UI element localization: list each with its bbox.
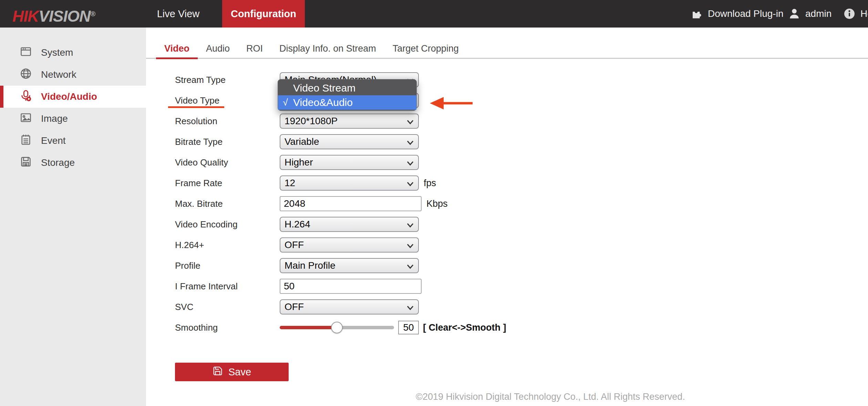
select-value: Variable	[285, 136, 319, 147]
form-row-frame-rate: Frame Rate12fps	[175, 173, 868, 193]
annotation-arrow-icon	[428, 95, 474, 111]
chevron-down-icon	[407, 223, 414, 228]
nav-configuration[interactable]: Configuration	[222, 0, 305, 28]
select-value: 12	[285, 178, 295, 189]
system-icon	[20, 45, 32, 60]
network-icon	[20, 67, 32, 82]
video-quality-select[interactable]: Higher	[280, 155, 419, 170]
field-label-max-bitrate: Max. Bitrate	[175, 199, 280, 209]
info-icon	[843, 8, 856, 20]
h-264-select[interactable]: OFF	[280, 237, 419, 253]
select-value: H.264	[285, 219, 310, 230]
chevron-down-icon	[407, 264, 414, 269]
field-label-profile: Profile	[175, 260, 280, 271]
download-plugin-label: Download Plug-in	[708, 8, 783, 19]
video-type-dropdown-menu: Video Stream √ Video&Audio	[278, 79, 417, 111]
max-bitrate-unit-label: Kbps	[426, 199, 448, 209]
chevron-down-icon	[407, 140, 414, 145]
tab-target-cropping[interactable]: Target Cropping	[384, 40, 467, 58]
sidebar-item-video-audio[interactable]: Video/Audio	[0, 86, 146, 108]
smoothing-hint-label: [ Clear<->Smooth ]	[423, 322, 506, 333]
sidebar: SystemNetworkVideo/AudioImageEventStorag…	[0, 28, 146, 406]
i-frame-interval-input[interactable]	[280, 279, 422, 294]
form-row-svc: SVCOFF	[175, 297, 868, 317]
main-content: VideoAudioROIDisplay Info. on StreamTarg…	[146, 28, 868, 406]
field-label-smoothing: Smoothing	[175, 322, 280, 333]
menu-item-label: Video Stream	[293, 82, 355, 94]
logo-text-red: HIK	[12, 7, 39, 25]
sidebar-item-label: Image	[41, 113, 68, 124]
field-label-h-264: H.264+	[175, 240, 280, 250]
max-bitrate-input[interactable]	[280, 196, 422, 211]
save-label: Save	[228, 366, 251, 378]
annotation-red-underline	[168, 106, 224, 108]
user-menu[interactable]: admin	[788, 0, 831, 28]
menu-item-label: Video&Audio	[293, 97, 353, 108]
resolution-select[interactable]: 1920*1080P	[280, 114, 419, 129]
field-label-video-quality: Video Quality	[175, 157, 280, 168]
smoothing-slider[interactable]	[280, 326, 394, 329]
tab-bar: VideoAudioROIDisplay Info. on StreamTarg…	[146, 28, 868, 59]
sidebar-item-label: Network	[41, 69, 76, 80]
tab-video[interactable]: Video	[156, 40, 198, 59]
sidebar-item-storage[interactable]: Storage	[0, 152, 146, 174]
chevron-down-icon	[407, 244, 414, 248]
form-row-profile: ProfileMain Profile	[175, 255, 868, 276]
form-row-smoothing: Smoothing50[ Clear<->Smooth ]	[175, 317, 868, 338]
hikvision-logo: HIKVISION®	[12, 0, 95, 28]
select-value: Higher	[285, 157, 313, 168]
chevron-down-icon	[407, 161, 414, 166]
tab-audio[interactable]: Audio	[198, 40, 238, 58]
sidebar-item-label: Storage	[41, 157, 75, 168]
bitrate-type-select[interactable]: Variable	[280, 134, 419, 149]
form-row-max-bitrate: Max. BitrateKbps	[175, 193, 868, 214]
storage-icon	[20, 156, 32, 170]
user-label: admin	[805, 8, 831, 19]
select-value: 1920*1080P	[285, 116, 338, 127]
sidebar-item-label: System	[41, 47, 73, 58]
sidebar-item-label: Event	[41, 135, 66, 146]
help-button[interactable]: Help	[843, 0, 868, 28]
select-value: OFF	[285, 301, 304, 312]
field-label-i-frame-interval: I Frame Interval	[175, 281, 280, 292]
field-label-svc: SVC	[175, 302, 280, 312]
smoothing-slider-thumb[interactable]	[331, 322, 343, 333]
video-audio-icon	[20, 89, 32, 104]
form-row-h-264: H.264+OFF	[175, 235, 868, 255]
form-row-video-encoding: Video EncodingH.264	[175, 214, 868, 235]
field-label-video-type: Video Type	[175, 95, 280, 106]
logo-text-gray: VISION	[39, 7, 90, 25]
form-row-i-frame-interval: I Frame Interval	[175, 276, 868, 297]
video-encoding-select[interactable]: H.264	[280, 217, 419, 232]
event-icon	[20, 133, 32, 148]
chevron-down-icon	[407, 306, 414, 310]
tab-roi[interactable]: ROI	[238, 40, 271, 58]
profile-select[interactable]: Main Profile	[280, 258, 419, 273]
form-row-video-quality: Video QualityHigher	[175, 152, 868, 173]
menu-item-video-stream[interactable]: Video Stream	[278, 81, 416, 95]
save-button[interactable]: Save	[175, 363, 289, 381]
field-label-video-encoding: Video Encoding	[175, 219, 280, 230]
footer-copyright: ©2019 Hikvision Digital Technology Co., …	[146, 392, 868, 402]
menu-item-video-audio[interactable]: √ Video&Audio	[278, 95, 416, 110]
tab-display-info-on-stream[interactable]: Display Info. on Stream	[271, 40, 384, 58]
sidebar-item-system[interactable]: System	[0, 42, 146, 64]
select-value: OFF	[285, 239, 304, 250]
frame-rate-select[interactable]: 12	[280, 175, 419, 191]
select-value: Main Profile	[285, 260, 335, 271]
smoothing-value-input[interactable]: 50	[398, 321, 419, 334]
image-icon	[20, 111, 32, 126]
field-label-resolution: Resolution	[175, 116, 280, 127]
user-icon	[788, 8, 800, 20]
sidebar-item-label: Video/Audio	[41, 91, 97, 102]
field-label-bitrate-type: Bitrate Type	[175, 137, 280, 147]
frame-rate-unit-label: fps	[424, 178, 436, 189]
download-plugin-button[interactable]: Download Plug-in	[691, 0, 783, 28]
sidebar-item-image[interactable]: Image	[0, 108, 146, 130]
field-label-frame-rate: Frame Rate	[175, 178, 280, 189]
sidebar-item-network[interactable]: Network	[0, 64, 146, 86]
registered-mark: ®	[90, 10, 95, 18]
svc-select[interactable]: OFF	[280, 299, 419, 314]
nav-live-view[interactable]: Live View	[134, 0, 222, 28]
sidebar-item-event[interactable]: Event	[0, 130, 146, 152]
